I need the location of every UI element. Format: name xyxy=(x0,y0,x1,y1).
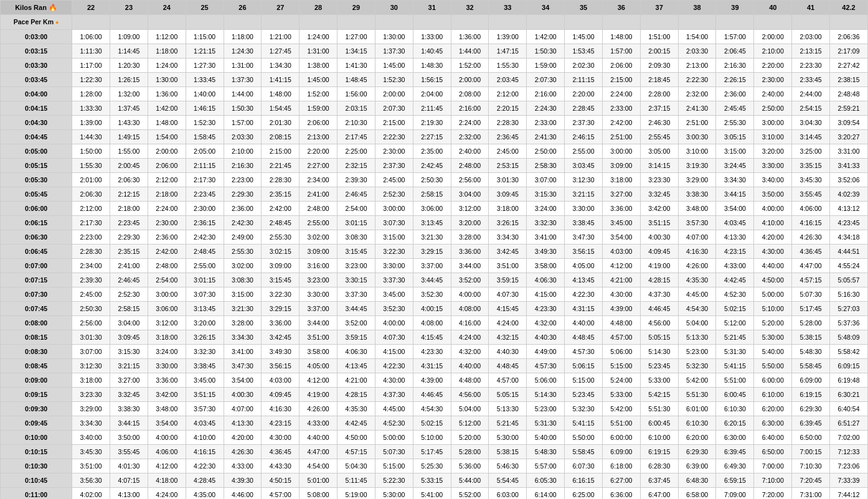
time-cell: 4:32:00 xyxy=(527,316,565,330)
pace-cell: 0:09:15 xyxy=(1,388,72,402)
time-cell: 4:57:00 xyxy=(262,488,300,500)
time-cell: 2:50:30 xyxy=(72,302,110,316)
time-cell: 2:10:00 xyxy=(754,44,792,58)
time-cell: 3:08:30 xyxy=(337,230,375,245)
time-cell: 3:04:00 xyxy=(451,187,489,202)
table-row: 0:04:001:28:001:32:001:36:001:40:001:44:… xyxy=(1,87,868,101)
time-cell: 3:59:15 xyxy=(489,273,527,287)
time-cell: 5:58:42 xyxy=(830,345,868,359)
time-cell: 7:00:15 xyxy=(792,445,830,459)
time-cell: 2:56:00 xyxy=(72,316,110,330)
time-cell: 2:54:00 xyxy=(148,273,186,287)
time-cell: 2:51:00 xyxy=(602,130,640,144)
time-cell: 3:13:45 xyxy=(413,216,451,230)
time-cell: 3:42:00 xyxy=(148,388,186,402)
time-cell: 2:15:00 xyxy=(602,73,640,87)
time-cell: 3:23:30 xyxy=(72,388,110,402)
time-cell: 5:51:00 xyxy=(602,416,640,431)
time-cell: 4:19:00 xyxy=(300,388,337,402)
time-cell: 4:23:15 xyxy=(716,245,754,259)
time-cell: 2:55:45 xyxy=(640,130,678,144)
pace-cell: 0:03:15 xyxy=(1,44,72,58)
time-cell: 2:58:15 xyxy=(110,302,148,316)
time-cell: 3:09:00 xyxy=(262,259,300,273)
time-cell: 3:56:30 xyxy=(72,473,110,488)
time-cell: 2:46:45 xyxy=(337,187,375,202)
time-cell: 2:23:30 xyxy=(792,58,830,73)
time-cell: 3:31:00 xyxy=(830,144,868,159)
time-cell: 4:00:15 xyxy=(413,302,451,316)
time-cell: 5:48:09 xyxy=(830,330,868,345)
time-cell: 6:50:00 xyxy=(792,431,830,445)
pace-cell: 0:07:00 xyxy=(1,259,72,273)
time-cell: 2:42:30 xyxy=(186,230,224,245)
time-cell: 1:22:30 xyxy=(72,73,110,87)
time-cell: 3:02:00 xyxy=(224,259,262,273)
time-cell: 4:33:00 xyxy=(716,259,754,273)
time-cell: 5:54:45 xyxy=(489,473,527,488)
pace-cell: 0:07:15 xyxy=(1,273,72,287)
table-row: 0:03:301:17:001:20:301:24:001:27:301:31:… xyxy=(1,58,868,73)
time-cell: 3:01:30 xyxy=(489,173,527,187)
time-cell: 4:48:00 xyxy=(451,373,489,388)
time-cell: 7:09:00 xyxy=(716,488,754,500)
time-cell: 3:18:00 xyxy=(602,173,640,187)
time-cell: 2:15:00 xyxy=(262,144,300,159)
time-cell: 6:39:45 xyxy=(716,445,754,459)
column-header-28: 28 xyxy=(300,1,337,15)
time-cell: 2:30:00 xyxy=(375,144,413,159)
time-cell: 7:02:00 xyxy=(830,431,868,445)
time-cell: 2:42:00 xyxy=(602,116,640,130)
time-cell: 4:22:30 xyxy=(565,287,603,302)
time-cell: 4:00:30 xyxy=(224,388,262,402)
time-cell: 4:02:00 xyxy=(72,488,110,500)
time-cell: 3:57:30 xyxy=(678,216,716,230)
time-cell: 2:20:00 xyxy=(754,58,792,73)
time-cell: 2:42:00 xyxy=(262,202,300,216)
time-cell: 5:23:00 xyxy=(527,402,565,416)
time-cell: 4:57:30 xyxy=(527,359,565,373)
time-cell: 2:33:00 xyxy=(527,116,565,130)
column-header-37: 37 xyxy=(640,1,678,15)
time-cell: 3:59:15 xyxy=(337,330,375,345)
time-cell: 6:01:00 xyxy=(678,402,716,416)
time-cell: 5:50:00 xyxy=(754,359,792,373)
time-cell: 2:55:30 xyxy=(262,230,300,245)
time-cell: 3:03:45 xyxy=(565,159,603,173)
time-cell: 3:48:00 xyxy=(678,202,716,216)
time-cell: 2:53:15 xyxy=(489,159,527,173)
time-cell: 2:23:45 xyxy=(110,216,148,230)
marathon-training-table: Kilos Ran 🔥22232425262728293031323334353… xyxy=(0,0,868,499)
time-cell: 3:37:00 xyxy=(300,302,337,316)
time-cell: 3:29:00 xyxy=(678,173,716,187)
time-cell: 1:42:00 xyxy=(148,101,186,116)
time-cell: 4:37:30 xyxy=(640,287,678,302)
time-cell: 5:40:00 xyxy=(754,345,792,359)
time-cell: 2:48:00 xyxy=(148,259,186,273)
time-cell: 1:27:30 xyxy=(186,58,224,73)
time-cell: 7:12:33 xyxy=(830,445,868,459)
time-cell: 6:40:00 xyxy=(754,431,792,445)
time-cell: 4:15:45 xyxy=(489,302,527,316)
time-cell: 2:55:30 xyxy=(716,116,754,130)
time-cell: 4:06:00 xyxy=(148,445,186,459)
time-cell: 5:23:45 xyxy=(565,388,603,402)
time-cell: 4:54:00 xyxy=(300,459,337,473)
time-cell: 3:19:30 xyxy=(678,159,716,173)
time-cell: 2:32:00 xyxy=(451,130,489,144)
column-header-38: 38 xyxy=(678,1,716,15)
time-cell: 4:07:30 xyxy=(375,330,413,345)
time-cell: 5:58:45 xyxy=(565,445,603,459)
time-cell: 3:12:00 xyxy=(148,316,186,330)
time-cell: 3:05:00 xyxy=(640,144,678,159)
time-cell: 3:12:00 xyxy=(451,202,489,216)
time-cell: 2:25:00 xyxy=(337,144,375,159)
time-cell: 1:55:30 xyxy=(489,58,527,73)
time-cell: 3:50:00 xyxy=(110,431,148,445)
time-cell: 3:04:30 xyxy=(792,116,830,130)
time-cell: 3:15:30 xyxy=(527,187,565,202)
time-cell: 2:28:30 xyxy=(489,116,527,130)
time-cell: 3:52:00 xyxy=(451,273,489,287)
table-row: 0:08:453:12:303:21:153:30:003:38:453:47:… xyxy=(1,359,868,373)
time-cell: 1:51:00 xyxy=(640,30,678,44)
